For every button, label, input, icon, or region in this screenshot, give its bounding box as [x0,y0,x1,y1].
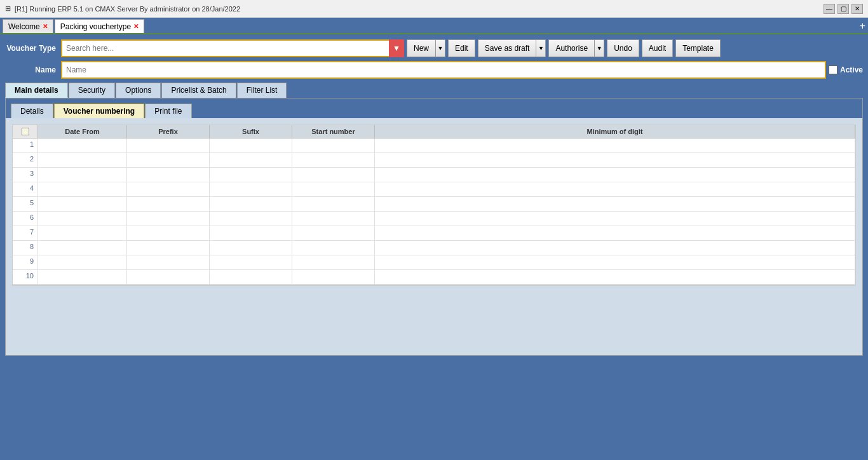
sub-tab-voucher-numbering[interactable]: Voucher numbering [54,104,144,118]
row-5-prefix[interactable] [127,197,210,211]
audit-button[interactable]: Audit [642,39,673,57]
row-num-3: 3 [13,168,38,182]
row-3-start-number[interactable] [292,168,375,182]
row-2-date-from[interactable] [38,153,127,167]
row-8-prefix[interactable] [127,241,210,255]
template-button[interactable]: Template [675,39,721,57]
row-3-min-digit[interactable] [375,168,855,182]
row-10-min-digit[interactable] [375,270,855,284]
grid-header-sufix: Sufix [210,125,292,138]
row-1-prefix[interactable] [127,139,210,152]
row-8-start-number[interactable] [292,241,375,255]
tab-pricelist-batch[interactable]: Pricelist & Batch [161,83,236,98]
sub-tab-details[interactable]: Details [11,104,53,118]
row-2-start-number[interactable] [292,153,375,167]
row-1-start-number[interactable] [292,139,375,152]
active-checkbox[interactable]: ✓ [829,65,837,74]
row-2-min-digit[interactable] [375,153,855,167]
voucher-type-dropdown[interactable]: ▼ [389,39,404,57]
row-4-start-number[interactable] [292,182,375,196]
minimize-button[interactable]: — [824,4,835,14]
row-8-date-from[interactable] [38,241,127,255]
row-8-min-digit[interactable] [375,241,855,255]
row-7-prefix[interactable] [127,226,210,240]
sub-tab-print-file[interactable]: Print file [145,104,191,118]
row-6-date-from[interactable] [38,212,127,226]
undo-button[interactable]: Undo [607,39,639,57]
app-icon: ⊞ [5,4,11,13]
tab-packing-vouchertype[interactable]: Packing vouchertype ✕ [55,19,144,33]
close-button[interactable]: ✕ [851,4,863,14]
name-input[interactable] [61,61,826,79]
tab-security-label: Security [78,86,105,95]
tab-welcome-close[interactable]: ✕ [43,23,48,30]
row-9-min-digit[interactable] [375,255,855,269]
row-5-min-digit[interactable] [375,197,855,211]
authorise-dropdown-arrow[interactable]: ▼ [594,39,604,57]
row-3-prefix[interactable] [127,168,210,182]
row-4-date-from[interactable] [38,182,127,196]
row-4-min-digit[interactable] [375,182,855,196]
row-5-start-number[interactable] [292,197,375,211]
row-2-prefix[interactable] [127,153,210,167]
row-7-date-from[interactable] [38,226,127,240]
table-row: 8 [13,241,855,255]
tab-filter-list[interactable]: Filter List [237,83,287,98]
row-5-sufix[interactable] [210,197,292,211]
row-6-prefix[interactable] [127,212,210,226]
authorise-button[interactable]: Authorise [548,39,594,57]
row-7-sufix[interactable] [210,226,292,240]
window-controls: — ▢ ✕ [824,4,863,14]
row-9-start-number[interactable] [292,255,375,269]
tab-security[interactable]: Security [69,83,115,98]
new-button-group: New ▼ [407,39,445,57]
sub-tab-content: Date From Prefix Sufix Start number Mini… [6,118,862,355]
row-2-sufix[interactable] [210,153,292,167]
new-dropdown-arrow[interactable]: ▼ [435,39,445,57]
maximize-button[interactable]: ▢ [837,4,849,14]
authorise-button-group: Authorise ▼ [548,39,604,57]
row-7-min-digit[interactable] [375,226,855,240]
row-6-start-number[interactable] [292,212,375,226]
row-num-1: 1 [13,139,38,152]
row-6-sufix[interactable] [210,212,292,226]
name-label: Name [5,65,56,74]
save-as-draft-dropdown-arrow[interactable]: ▼ [536,39,546,57]
row-1-date-from[interactable] [38,139,127,152]
edit-button[interactable]: Edit [448,39,475,57]
row-4-sufix[interactable] [210,182,292,196]
sub-tab-voucher-numbering-label: Voucher numbering [64,107,135,116]
row-4-prefix[interactable] [127,182,210,196]
row-1-sufix[interactable] [210,139,292,152]
sub-tab-details-label: Details [20,107,44,116]
tab-welcome[interactable]: Welcome ✕ [3,19,53,33]
row-6-min-digit[interactable] [375,212,855,226]
row-num-8: 8 [13,241,38,255]
row-1-min-digit[interactable] [375,139,855,152]
grid-select-all-checkbox[interactable] [22,128,29,135]
row-10-date-from[interactable] [38,270,127,284]
voucher-type-search[interactable] [61,39,404,57]
new-button[interactable]: New [407,39,435,57]
tab-options-label: Options [125,86,151,95]
save-as-draft-button[interactable]: Save as draft [478,39,536,57]
tab-options[interactable]: Options [116,83,161,98]
row-3-sufix[interactable] [210,168,292,182]
tab-main-details[interactable]: Main details [5,83,68,98]
row-10-start-number[interactable] [292,270,375,284]
active-container: ✓ Active [829,65,863,74]
row-5-date-from[interactable] [38,197,127,211]
row-7-start-number[interactable] [292,226,375,240]
row-10-sufix[interactable] [210,270,292,284]
tab-add-button[interactable]: + [860,20,865,32]
table-row: 1 [13,139,855,153]
row-9-prefix[interactable] [127,255,210,269]
row-8-sufix[interactable] [210,241,292,255]
grid-header: Date From Prefix Sufix Start number Mini… [13,125,855,139]
row-3-date-from[interactable] [38,168,127,182]
tab-filter-list-label: Filter List [247,86,278,95]
row-9-date-from[interactable] [38,255,127,269]
row-9-sufix[interactable] [210,255,292,269]
tab-packing-vouchertype-close[interactable]: ✕ [133,23,139,30]
row-10-prefix[interactable] [127,270,210,284]
